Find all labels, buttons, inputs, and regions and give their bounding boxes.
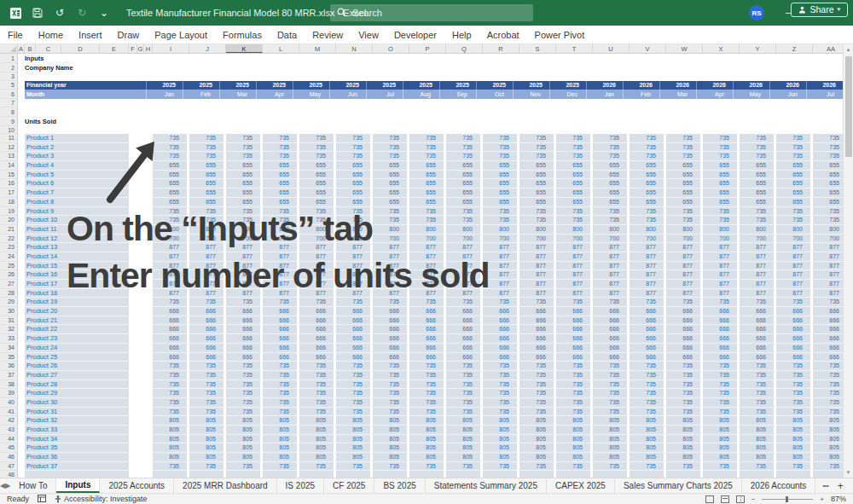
value-cell[interactable]: 800: [666, 225, 703, 235]
value-cell[interactable]: [189, 471, 226, 478]
value-cell[interactable]: 735: [776, 134, 813, 143]
value-cell[interactable]: 735: [666, 362, 703, 371]
value-cell[interactable]: 735: [593, 398, 630, 408]
value-cell[interactable]: 666: [373, 344, 409, 353]
row-number[interactable]: 30: [0, 307, 18, 316]
value-cell[interactable]: 805: [666, 453, 703, 462]
column-header-T[interactable]: T: [556, 44, 593, 53]
value-cell[interactable]: 735: [593, 298, 630, 307]
value-cell[interactable]: 666: [336, 325, 373, 334]
row-number[interactable]: 18: [0, 198, 18, 207]
value-cell[interactable]: 735: [373, 371, 409, 380]
value-cell[interactable]: 877: [519, 252, 556, 262]
value-cell[interactable]: 655: [373, 198, 409, 207]
month-cell[interactable]: Feb: [183, 90, 219, 99]
value-cell[interactable]: 805: [409, 453, 446, 462]
value-cell[interactable]: 805: [519, 435, 556, 444]
value-cell[interactable]: 735: [519, 216, 556, 225]
value-cell[interactable]: 735: [153, 362, 189, 371]
value-cell[interactable]: 877: [776, 280, 813, 289]
value-cell[interactable]: 805: [776, 416, 813, 426]
value-cell[interactable]: 666: [263, 307, 299, 316]
value-cell[interactable]: 735: [373, 462, 409, 472]
value-cell[interactable]: 735: [630, 207, 666, 217]
value-cell[interactable]: 666: [226, 316, 263, 326]
value-cell[interactable]: 735: [483, 152, 519, 161]
value-cell[interactable]: 735: [153, 380, 189, 390]
value-cell[interactable]: 735: [189, 371, 226, 380]
month-cell[interactable]: Feb: [623, 90, 659, 99]
value-cell[interactable]: 805: [776, 453, 813, 462]
redo-icon[interactable]: ↻: [75, 6, 89, 20]
value-cell[interactable]: 877: [519, 262, 556, 271]
value-cell[interactable]: 655: [483, 198, 519, 207]
value-cell[interactable]: 735: [556, 398, 593, 408]
ribbon-tab-formulas[interactable]: Formulas: [215, 26, 270, 44]
value-cell[interactable]: 735: [703, 389, 740, 398]
value-cell[interactable]: 805: [519, 443, 556, 453]
value-cell[interactable]: 805: [703, 443, 740, 453]
value-cell[interactable]: 805: [336, 435, 373, 444]
value-cell[interactable]: 655: [519, 161, 556, 171]
ribbon-tab-help[interactable]: Help: [444, 26, 479, 44]
value-cell[interactable]: 877: [740, 243, 776, 252]
value-cell[interactable]: 805: [556, 416, 593, 426]
value-cell[interactable]: 666: [263, 325, 299, 334]
row-number[interactable]: 11: [0, 134, 18, 143]
value-cell[interactable]: 655: [740, 179, 776, 188]
value-cell[interactable]: 735: [446, 398, 483, 408]
value-cell[interactable]: 735: [373, 389, 409, 398]
value-cell[interactable]: 735: [556, 389, 593, 398]
value-cell[interactable]: 655: [666, 188, 703, 198]
value-cell[interactable]: 735: [409, 134, 446, 143]
value-cell[interactable]: 735: [666, 380, 703, 390]
column-header-Z[interactable]: Z: [776, 44, 813, 53]
value-cell[interactable]: 666: [373, 316, 409, 326]
value-cell[interactable]: 735: [336, 298, 373, 307]
value-cell[interactable]: 666: [226, 307, 263, 316]
value-cell[interactable]: 805: [556, 453, 593, 462]
value-cell[interactable]: 735: [336, 134, 373, 143]
value-cell[interactable]: 655: [483, 188, 519, 198]
value-cell[interactable]: 735: [153, 298, 189, 307]
value-cell[interactable]: 735: [483, 380, 519, 390]
value-cell[interactable]: 735: [446, 134, 483, 143]
value-cell[interactable]: 735: [703, 371, 740, 380]
value-cell[interactable]: 805: [409, 416, 446, 426]
value-cell[interactable]: 805: [446, 416, 483, 426]
value-cell[interactable]: 735: [226, 371, 263, 380]
value-cell[interactable]: 666: [189, 334, 226, 344]
product-name-cell[interactable]: Product 19: [25, 298, 129, 307]
value-cell[interactable]: 805: [519, 426, 556, 435]
value-cell[interactable]: 700: [740, 235, 776, 244]
value-cell[interactable]: 805: [556, 426, 593, 435]
value-cell[interactable]: 877: [630, 280, 666, 289]
value-cell[interactable]: 735: [556, 143, 593, 153]
value-cell[interactable]: 805: [153, 435, 189, 444]
value-cell[interactable]: 700: [409, 235, 446, 244]
value-cell[interactable]: 735: [373, 143, 409, 153]
year-cell[interactable]: 2025: [439, 81, 476, 90]
month-cell[interactable]: Jan: [146, 90, 183, 99]
value-cell[interactable]: 735: [263, 380, 299, 390]
value-cell[interactable]: 735: [153, 371, 189, 380]
value-cell[interactable]: 735: [263, 371, 299, 380]
value-cell[interactable]: 655: [740, 198, 776, 207]
value-cell[interactable]: 666: [189, 325, 226, 334]
value-cell[interactable]: 877: [666, 252, 703, 262]
value-cell[interactable]: 666: [776, 334, 813, 344]
value-cell[interactable]: 666: [263, 334, 299, 344]
value-cell[interactable]: 735: [483, 408, 519, 417]
value-cell[interactable]: [483, 471, 519, 478]
value-cell[interactable]: 735: [519, 143, 556, 153]
value-cell[interactable]: 666: [189, 316, 226, 326]
column-header-G[interactable]: G: [137, 44, 144, 53]
value-cell[interactable]: 655: [409, 188, 446, 198]
row-number[interactable]: 35: [0, 353, 18, 362]
value-cell[interactable]: 735: [666, 371, 703, 380]
value-cell[interactable]: 666: [409, 344, 446, 353]
value-cell[interactable]: 877: [593, 252, 630, 262]
row-number[interactable]: 13: [0, 152, 18, 161]
value-cell[interactable]: 735: [593, 143, 630, 153]
value-cell[interactable]: 666: [703, 316, 740, 326]
